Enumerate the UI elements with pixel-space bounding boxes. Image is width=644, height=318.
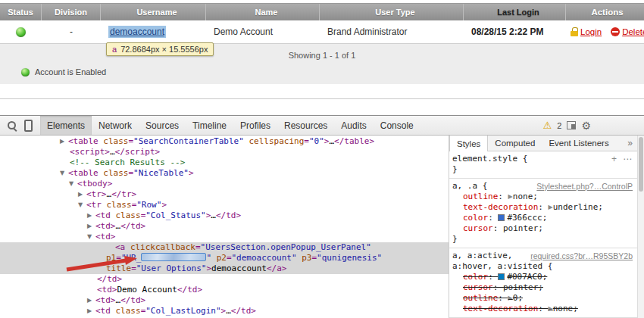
dom-tree-line-selected[interactable]: p1="UR_" p2="demoaccount" p3="qunigenesi… bbox=[0, 253, 449, 263]
dock-side-icon[interactable] bbox=[567, 121, 576, 129]
sidebar-tab-event-listeners[interactable]: Event Listeners bbox=[542, 136, 615, 151]
tab-audits[interactable]: Audits bbox=[334, 116, 373, 135]
lock-icon bbox=[571, 27, 578, 36]
tab-timeline[interactable]: Timeline bbox=[186, 116, 233, 135]
dom-tree-line[interactable]: ▼ <table class="NiceTable"> bbox=[0, 168, 449, 179]
css-property[interactable]: color: #007AC0; bbox=[452, 272, 636, 282]
css-property[interactable]: cursor: pointer; bbox=[452, 282, 636, 293]
dom-tree-line[interactable]: <!-- Search Results --> bbox=[0, 157, 449, 168]
dom-tree-line[interactable]: <td>Demo Account</td> bbox=[0, 285, 449, 295]
col-header-division[interactable]: Division bbox=[42, 4, 101, 20]
screen: Status Division Username Name User Type … bbox=[0, 0, 644, 318]
disclosure-arrow-icon[interactable]: ▶ bbox=[87, 221, 95, 232]
sidebar-tab-computed[interactable]: Computed bbox=[488, 136, 542, 151]
rule-selector[interactable]: a, .a { bbox=[452, 181, 487, 192]
vertical-scrollbar[interactable] bbox=[637, 136, 644, 318]
stylesheet-source-link[interactable]: Stylesheet.php?…ControlP bbox=[536, 181, 636, 192]
user-type-value: Brand Administrator bbox=[327, 26, 407, 37]
tab-resources[interactable]: Resources bbox=[277, 116, 334, 135]
dom-tree-line-selected[interactable]: title="User Options">demoaccount</a> bbox=[0, 263, 449, 274]
settings-gear-icon[interactable]: ⚙ bbox=[581, 120, 591, 132]
sidebar-overflow-icon[interactable]: » bbox=[623, 136, 637, 151]
dom-tree-line[interactable]: ▶ <td>…</td> bbox=[0, 221, 449, 232]
last-login-value: 08/28/15 2:22 PM bbox=[471, 26, 543, 37]
inspect-search-icon[interactable] bbox=[6, 120, 18, 132]
scrollbar-thumb[interactable] bbox=[639, 137, 643, 192]
css-property[interactable]: outline: ▶0; bbox=[452, 293, 636, 304]
element-style-icons: + ⋯ bbox=[611, 154, 636, 164]
delete-user-link[interactable]: Delete U bbox=[611, 27, 644, 36]
dom-tree-line-selected[interactable]: <a clickcallback="UsersSection.openPopup… bbox=[0, 242, 449, 253]
dom-tree-line[interactable]: ▶ <table class="SearchContainerTable" ce… bbox=[0, 136, 449, 147]
dom-tree-line[interactable]: ▶ <td class="Col_Status">…</td> bbox=[0, 210, 449, 221]
dom-tree-line[interactable]: </td> bbox=[0, 274, 449, 285]
warning-count[interactable]: 2 bbox=[557, 121, 561, 130]
css-property[interactable]: text-decoration: ▶underline; bbox=[452, 202, 636, 213]
tooltip-tag: a bbox=[112, 45, 117, 54]
tooltip-dimensions: 72.8684px × 15.5556px bbox=[120, 45, 208, 54]
color-swatch[interactable] bbox=[498, 214, 505, 221]
tab-sources[interactable]: Sources bbox=[139, 116, 186, 135]
element-style-rule: element.style { + ⋯ } bbox=[449, 151, 637, 179]
name-value: Demo Account bbox=[214, 26, 273, 37]
username-link[interactable]: demoaccount bbox=[108, 26, 166, 38]
color-swatch[interactable] bbox=[498, 273, 505, 280]
dom-tree-line[interactable]: ▼ <td> bbox=[0, 232, 449, 242]
styles-menu-icon[interactable]: ⋯ bbox=[623, 154, 632, 164]
col-header-last-login[interactable]: Last Login bbox=[464, 4, 566, 20]
tab-console[interactable]: Console bbox=[374, 116, 420, 135]
dom-tree-line[interactable]: ▶ <td>…</td> bbox=[0, 295, 449, 306]
redacted-value bbox=[141, 253, 206, 261]
dom-tree-line[interactable]: <script>…</script> bbox=[0, 147, 449, 157]
warning-icon[interactable]: ⚠ bbox=[543, 120, 552, 131]
col-header-actions[interactable]: Actions bbox=[566, 4, 644, 20]
devtools-panel: ElementsNetworkSourcesTimelineProfilesRe… bbox=[0, 115, 644, 318]
new-style-rule-icon[interactable]: + bbox=[611, 154, 617, 164]
user-type-cell: Brand Administrator bbox=[320, 20, 464, 43]
disclosure-arrow-icon[interactable]: ▶ bbox=[87, 295, 95, 306]
styles-rules: a, .a {Stylesheet.php?…ControlPoutline: … bbox=[449, 179, 637, 318]
results-table-header: Status Division Username Name User Type … bbox=[0, 3, 644, 20]
status-cell bbox=[0, 20, 42, 43]
table-row: - demoaccount Demo Account Brand Adminis… bbox=[0, 20, 644, 43]
css-property[interactable]: cursor: pointer; bbox=[452, 223, 636, 234]
disclosure-arrow-icon[interactable]: ▼ bbox=[69, 179, 77, 189]
login-link[interactable]: Login bbox=[571, 27, 602, 36]
dom-tree-line[interactable]: ▼ <tbody> bbox=[0, 179, 449, 189]
showing-count: Showing 1 - 1 of 1 bbox=[0, 44, 644, 60]
dom-tree-line[interactable]: ▶ <td class="Col_LastLogin">…</td> bbox=[0, 306, 449, 316]
col-header-user-type[interactable]: User Type bbox=[320, 4, 464, 20]
style-rule: a, a:active,required.css?br…R95SBY2ba:ho… bbox=[449, 248, 637, 318]
rule-selector[interactable]: a:hover, a:visited { bbox=[452, 261, 552, 272]
col-header-name[interactable]: Name bbox=[206, 4, 320, 20]
page-divider bbox=[0, 98, 644, 99]
rule-selector[interactable]: a, a:active, bbox=[452, 251, 512, 261]
tab-network[interactable]: Network bbox=[92, 116, 139, 135]
col-header-status[interactable]: Status bbox=[0, 4, 42, 20]
disclosure-arrow-icon[interactable]: ▶ bbox=[87, 306, 95, 316]
element-style-close: } bbox=[452, 164, 636, 175]
disclosure-arrow-icon[interactable]: ▼ bbox=[78, 200, 86, 210]
css-property[interactable]: text-decoration: ▶none; bbox=[452, 304, 636, 314]
enabled-dot-icon bbox=[21, 68, 30, 76]
disclosure-arrow-icon[interactable]: ▶ bbox=[78, 189, 86, 200]
status-enabled-icon bbox=[16, 27, 26, 37]
disclosure-arrow-icon[interactable]: ▼ bbox=[87, 232, 95, 242]
tab-elements[interactable]: Elements bbox=[40, 116, 92, 135]
sidebar-tab-styles[interactable]: Styles bbox=[449, 136, 488, 151]
stylesheet-source-link[interactable]: required.css?br…R95SBY2b bbox=[530, 251, 636, 261]
col-header-username[interactable]: Username bbox=[101, 4, 206, 20]
no-entry-icon bbox=[611, 27, 620, 36]
css-property[interactable]: color: #366ccc; bbox=[452, 213, 636, 223]
element-style-selector[interactable]: element.style { bbox=[452, 154, 527, 164]
toolbar-right: ⚠ 2 ⚙ bbox=[543, 120, 591, 132]
division-value: - bbox=[70, 26, 73, 37]
tab-profiles[interactable]: Profiles bbox=[233, 116, 277, 135]
css-property[interactable]: outline: ▶none; bbox=[452, 192, 636, 202]
dom-tree-line[interactable]: ▼ <tr class="Row"> bbox=[0, 200, 449, 210]
disclosure-arrow-icon[interactable]: ▶ bbox=[87, 210, 95, 221]
disclosure-arrow-icon[interactable]: ▼ bbox=[60, 168, 68, 179]
device-mode-icon[interactable] bbox=[24, 120, 33, 132]
dom-tree-line[interactable]: ▶ <tr>…</tr> bbox=[0, 189, 449, 200]
disclosure-arrow-icon[interactable]: ▶ bbox=[60, 136, 68, 147]
